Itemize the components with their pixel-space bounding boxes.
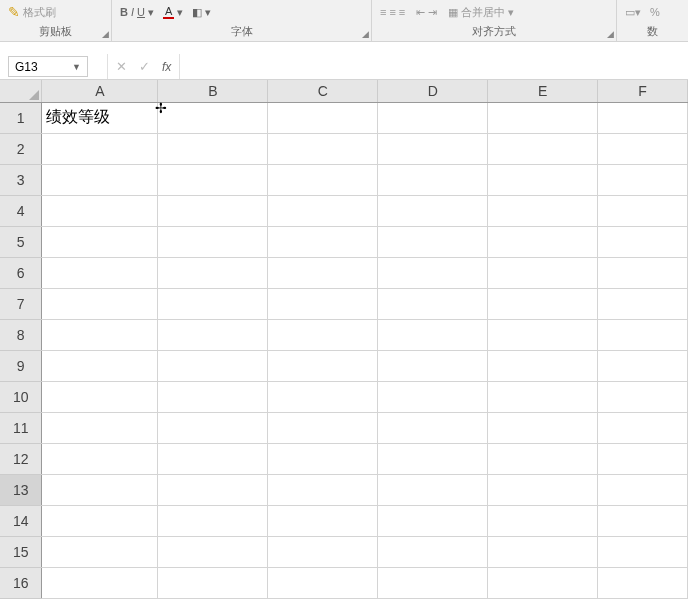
row-header[interactable]: 6 xyxy=(0,257,42,288)
col-header-a[interactable]: A xyxy=(42,80,158,102)
cell-C5[interactable] xyxy=(268,226,378,257)
cell-D14[interactable] xyxy=(378,505,488,536)
number-format-icon[interactable]: ▭▾ xyxy=(625,6,641,19)
cell-E10[interactable] xyxy=(488,381,598,412)
cell-E2[interactable] xyxy=(488,133,598,164)
indent-decrease-icon[interactable]: ⇤ xyxy=(416,6,425,19)
cell-C4[interactable] xyxy=(268,195,378,226)
cell-F15[interactable] xyxy=(598,536,688,567)
select-all-corner[interactable] xyxy=(0,80,42,102)
align-left-icon[interactable]: ≡ xyxy=(380,6,386,18)
cell-C9[interactable] xyxy=(268,350,378,381)
cell-E4[interactable] xyxy=(488,195,598,226)
fill-color-dropdown-icon[interactable]: ▾ xyxy=(205,6,211,19)
cell-C12[interactable] xyxy=(268,443,378,474)
cell-E7[interactable] xyxy=(488,288,598,319)
cell-F8[interactable] xyxy=(598,319,688,350)
clipboard-dialog-launcher-icon[interactable]: ◢ xyxy=(102,29,109,39)
cell-F4[interactable] xyxy=(598,195,688,226)
cell-D8[interactable] xyxy=(378,319,488,350)
cell-C13[interactable] xyxy=(268,474,378,505)
cell-F13[interactable] xyxy=(598,474,688,505)
row-header[interactable]: 5 xyxy=(0,226,42,257)
col-header-c[interactable]: C xyxy=(268,80,378,102)
cell-A11[interactable] xyxy=(42,412,158,443)
row-header[interactable]: 4 xyxy=(0,195,42,226)
cell-A3[interactable] xyxy=(42,164,158,195)
cell-B5[interactable] xyxy=(158,226,268,257)
cell-B4[interactable] xyxy=(158,195,268,226)
cell-F9[interactable] xyxy=(598,350,688,381)
cell-B13[interactable] xyxy=(158,474,268,505)
cell-C3[interactable] xyxy=(268,164,378,195)
cell-D5[interactable] xyxy=(378,226,488,257)
underline-button[interactable]: U xyxy=(137,6,145,18)
cell-F7[interactable] xyxy=(598,288,688,319)
cell-F11[interactable] xyxy=(598,412,688,443)
enter-button[interactable]: ✓ xyxy=(139,59,150,74)
cell-A5[interactable] xyxy=(42,226,158,257)
cell-B12[interactable] xyxy=(158,443,268,474)
cell-E12[interactable] xyxy=(488,443,598,474)
cell-A7[interactable] xyxy=(42,288,158,319)
col-header-f[interactable]: F xyxy=(598,80,688,102)
cell-F2[interactable] xyxy=(598,133,688,164)
align-center-icon[interactable]: ≡ xyxy=(389,6,395,18)
cell-C10[interactable] xyxy=(268,381,378,412)
cell-C16[interactable] xyxy=(268,567,378,598)
fx-button[interactable]: fx xyxy=(162,60,171,74)
cell-A8[interactable] xyxy=(42,319,158,350)
name-box[interactable]: G13 ▼ xyxy=(8,56,88,77)
cell-B8[interactable] xyxy=(158,319,268,350)
row-header[interactable]: 7 xyxy=(0,288,42,319)
cell-B2[interactable] xyxy=(158,133,268,164)
cell-E13[interactable] xyxy=(488,474,598,505)
italic-button[interactable]: I xyxy=(131,6,134,18)
cell-D13[interactable] xyxy=(378,474,488,505)
cell-A2[interactable] xyxy=(42,133,158,164)
cell-F6[interactable] xyxy=(598,257,688,288)
alignment-dialog-launcher-icon[interactable]: ◢ xyxy=(607,29,614,39)
col-header-d[interactable]: D xyxy=(378,80,488,102)
cell-D16[interactable] xyxy=(378,567,488,598)
cell-C2[interactable] xyxy=(268,133,378,164)
row-header[interactable]: 14 xyxy=(0,505,42,536)
row-header[interactable]: 3 xyxy=(0,164,42,195)
cell-E9[interactable] xyxy=(488,350,598,381)
cell-A15[interactable] xyxy=(42,536,158,567)
cell-A13[interactable] xyxy=(42,474,158,505)
cell-E15[interactable] xyxy=(488,536,598,567)
cell-C14[interactable] xyxy=(268,505,378,536)
cell-A14[interactable] xyxy=(42,505,158,536)
cell-B7[interactable] xyxy=(158,288,268,319)
cell-B6[interactable] xyxy=(158,257,268,288)
cell-D15[interactable] xyxy=(378,536,488,567)
row-header[interactable]: 2 xyxy=(0,133,42,164)
col-header-b[interactable]: B xyxy=(158,80,268,102)
cell-E11[interactable] xyxy=(488,412,598,443)
formula-input[interactable] xyxy=(180,54,688,79)
cell-C11[interactable] xyxy=(268,412,378,443)
cell-F5[interactable] xyxy=(598,226,688,257)
percent-button[interactable]: % xyxy=(650,6,660,18)
cell-D2[interactable] xyxy=(378,133,488,164)
merge-dropdown-icon[interactable]: ▾ xyxy=(508,6,514,19)
row-header[interactable]: 11 xyxy=(0,412,42,443)
bold-button[interactable]: B xyxy=(120,6,128,18)
cell-B1[interactable] xyxy=(158,102,268,133)
cell-F1[interactable] xyxy=(598,102,688,133)
cell-B14[interactable] xyxy=(158,505,268,536)
cell-A12[interactable] xyxy=(42,443,158,474)
font-dialog-launcher-icon[interactable]: ◢ xyxy=(362,29,369,39)
row-header[interactable]: 12 xyxy=(0,443,42,474)
cell-C1[interactable] xyxy=(268,102,378,133)
cell-C7[interactable] xyxy=(268,288,378,319)
cell-E3[interactable] xyxy=(488,164,598,195)
cell-B9[interactable] xyxy=(158,350,268,381)
cell-B10[interactable] xyxy=(158,381,268,412)
col-header-e[interactable]: E xyxy=(488,80,598,102)
cell-E14[interactable] xyxy=(488,505,598,536)
row-header[interactable]: 1 xyxy=(0,102,42,133)
cell-D3[interactable] xyxy=(378,164,488,195)
cell-C15[interactable] xyxy=(268,536,378,567)
